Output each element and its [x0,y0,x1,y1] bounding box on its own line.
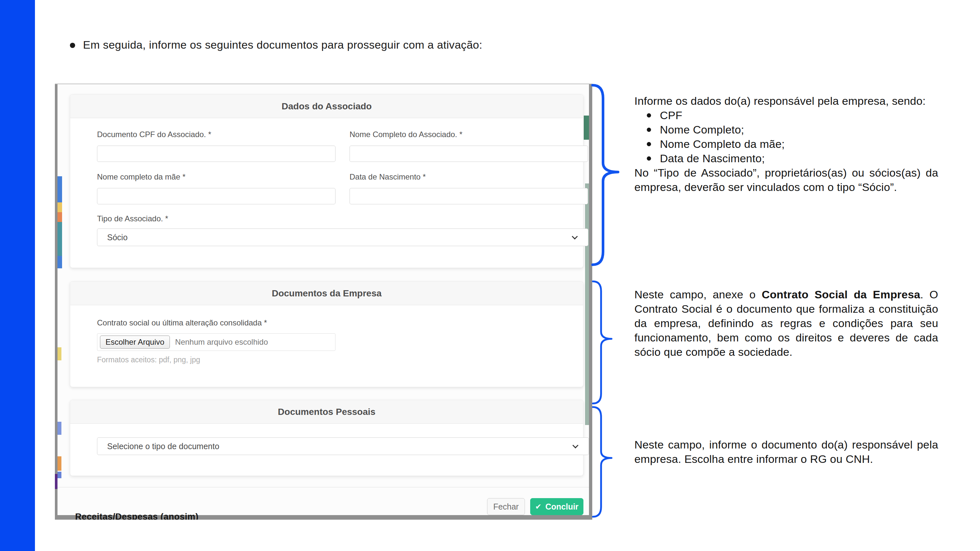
background-chart-fragment [57,422,61,435]
formats-hint: Formatos aceitos: pdf, png, jpg [97,356,200,364]
nome-mae-input[interactable] [97,188,336,204]
brace-documentos-empresa [592,280,618,405]
section-title: Documentos Pessoais [70,400,583,424]
nome-mae-label: Nome completo da mãe * [97,172,186,181]
section-documentos-da-empresa: Documentos da Empresa Contrato social ou… [70,281,584,387]
annotation-block-documento: Neste campo, informe o documento do(a) r… [635,437,938,466]
annotation-outro: No “Tipo de Associado”, proprietários(as… [635,167,938,193]
background-chart-fragment [57,456,61,471]
annotation-block-dados: Informe os dados do(a) responsável pela … [635,94,938,194]
fechar-button[interactable]: Fechar [487,498,525,515]
annotation-block-contrato: Neste campo, anexe o Contrato Social da … [635,287,938,359]
section-documentos-pessoais: Documentos Pessoais Selecione o tipo de … [70,400,584,476]
tipo-associado-select[interactable]: Sócio [97,229,588,246]
section-title: Dados do Associado [70,95,583,118]
section-title: Documentos da Empresa [70,282,583,305]
check-icon: ✔ [535,502,541,511]
intro-text: Em seguida, informe os seguintes documen… [83,38,482,51]
chevron-down-icon [572,233,578,239]
background-chart-fragment [55,474,57,489]
annotation-bullet-list: CPF Nome Completo; Nome Completo da mãe;… [635,108,938,165]
background-chart-fragment [57,347,61,360]
annotation-bullet: CPF [635,108,938,122]
modal-footer-divider [57,487,589,487]
section-dados-do-associado: Dados do Associado Documento CPF do Asso… [70,94,584,268]
form-screenshot: Dados do Associado Documento CPF do Asso… [55,84,592,520]
choose-file-button[interactable]: Escolher Arquivo [100,335,170,349]
brace-dados-associado [591,83,624,267]
cpf-input[interactable] [97,146,336,162]
background-chart-fragment [57,256,62,268]
background-chart-fragment [57,212,62,222]
annotation-text: Neste campo, anexe o [635,288,762,301]
intro-bullet-line: Em seguida, informe os seguintes documen… [70,38,854,51]
contrato-social-file-input[interactable]: Escolher Arquivo Nenhum arquivo escolhid… [97,333,336,351]
annotation-bullet: Nome Completo; [635,122,938,137]
background-button-fragment [584,116,589,140]
annotation-intro: Informe os dados do(a) responsável pela … [635,95,926,107]
concluir-button[interactable]: ✔ Concluir [530,498,584,515]
data-nascimento-label: Data de Nascimento * [350,172,426,181]
bullet-dot [70,43,75,48]
tipo-associado-value: Sócio [107,233,128,242]
tipo-documento-placeholder: Selecione o tipo de documento [107,441,219,451]
left-accent-bar [0,0,35,551]
brace-documentos-pessoais [592,406,618,518]
annotation-bullet: Data de Nascimento; [635,151,938,165]
concluir-label: Concluir [545,502,578,511]
clipped-background-text: Receitas/Despesas (anosim) [75,512,199,520]
annotation-bullet: Nome Completo da mãe; [635,137,938,151]
background-chart-fragment [57,176,62,202]
background-chart-fragment [57,202,62,212]
file-status-text: Nenhum arquivo escolhido [175,338,268,347]
nome-completo-input[interactable] [350,146,588,162]
nome-completo-label: Nome Completo do Associado. * [350,130,463,139]
background-chart-fragment [57,472,61,478]
annotation-bold-text: Contrato Social da Empresa [762,288,920,301]
background-chart-fragment [57,222,62,256]
background-panel-fragment [585,183,589,425]
cpf-label: Documento CPF do Associado. * [97,130,212,139]
screenshot-left-border [55,84,57,520]
chevron-down-icon [572,442,578,448]
tipo-associado-label: Tipo de Associado. * [97,214,168,223]
data-nascimento-input[interactable] [350,188,588,204]
contrato-social-label: Contrato social ou última alteração cons… [97,318,267,327]
tipo-documento-select[interactable]: Selecione o tipo de documento [97,437,589,455]
